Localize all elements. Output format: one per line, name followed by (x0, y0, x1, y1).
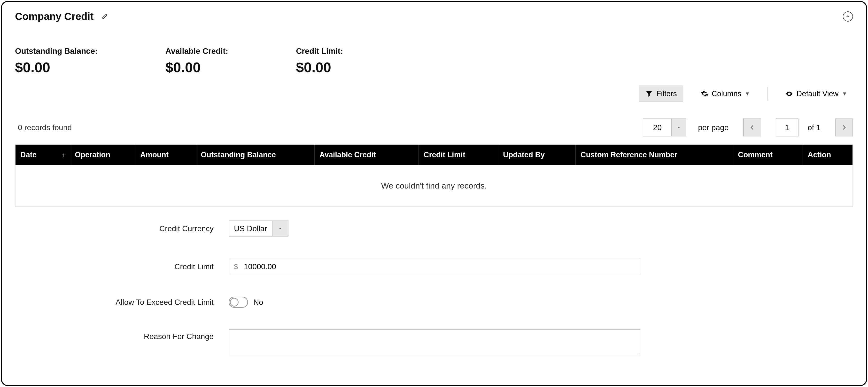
chevron-down-icon: ▼ (842, 91, 847, 97)
page-number-input[interactable] (776, 119, 799, 137)
col-label: Action (808, 150, 831, 159)
per-page-label: per page (698, 123, 728, 132)
col-label: Custom Reference Number (581, 150, 677, 159)
company-credit-panel: Company Credit Outstanding Balance: $0.0… (1, 1, 867, 386)
col-label: Credit Limit (424, 150, 465, 159)
reason-for-change-label: Reason For Change (20, 332, 214, 341)
page-of-label: of 1 (808, 123, 820, 132)
filters-label: Filters (656, 89, 677, 98)
reason-for-change-input[interactable] (228, 329, 640, 355)
eye-icon (785, 90, 793, 98)
chevron-down-icon (676, 125, 682, 130)
allow-exceed-row: Allow To Exceed Credit Limit No (20, 297, 858, 308)
col-header-operation[interactable]: Operation (70, 145, 135, 165)
credit-grid: Date ↑ Operation Amount Outstanding Bala… (15, 144, 853, 207)
col-header-outstanding[interactable]: Outstanding Balance (196, 145, 315, 165)
prev-page-button[interactable] (743, 119, 761, 137)
columns-label: Columns (712, 89, 741, 98)
credit-limit-summary: Credit Limit: $0.00 (296, 47, 343, 76)
panel-header: Company Credit (15, 11, 853, 22)
filters-button[interactable]: Filters (639, 86, 683, 102)
outstanding-balance-value: $0.00 (15, 59, 98, 76)
per-page-dropdown[interactable] (672, 119, 686, 137)
col-header-amount[interactable]: Amount (135, 145, 196, 165)
gear-icon (701, 90, 708, 98)
grid-toolbar: Filters Columns ▼ Default View ▼ (15, 86, 853, 102)
columns-button[interactable]: Columns ▼ (695, 86, 756, 101)
col-label: Operation (75, 150, 110, 159)
col-label: Comment (738, 150, 773, 159)
chevron-down-icon: ▼ (745, 91, 750, 97)
credit-limit-form-label: Credit Limit (20, 262, 214, 271)
chevron-left-icon (749, 124, 755, 131)
available-credit-label: Available Credit: (165, 47, 228, 56)
toolbar-divider (768, 87, 768, 100)
default-view-label: Default View (797, 89, 838, 98)
outstanding-balance-summary: Outstanding Balance: $0.00 (15, 47, 98, 76)
credit-currency-label: Credit Currency (20, 224, 214, 233)
section-title: Company Credit (15, 11, 93, 22)
summary-row: Outstanding Balance: $0.00 Available Cre… (15, 47, 853, 76)
records-found-label: 0 records found (18, 123, 72, 132)
credit-settings-form: Credit Currency US Dollar Credit Limit $… (20, 220, 858, 355)
credit-currency-dropdown[interactable] (273, 220, 288, 237)
col-header-comment[interactable]: Comment (733, 145, 803, 165)
credit-limit-row: Credit Limit $ (20, 258, 858, 275)
credit-currency-row: Credit Currency US Dollar (20, 220, 858, 237)
available-credit-summary: Available Credit: $0.00 (165, 47, 228, 76)
default-view-button[interactable]: Default View ▼ (780, 86, 853, 101)
chevron-down-icon (278, 226, 283, 231)
col-header-action[interactable]: Action (803, 145, 852, 165)
col-header-limit[interactable]: Credit Limit (419, 145, 498, 165)
col-header-updated-by[interactable]: Updated By (498, 145, 576, 165)
credit-limit-value: $0.00 (296, 59, 343, 76)
col-label: Updated By (503, 150, 545, 159)
per-page-input[interactable] (643, 119, 672, 137)
collapse-icon[interactable] (843, 11, 853, 22)
grid-header-row: Date ↑ Operation Amount Outstanding Bala… (16, 145, 852, 165)
pager: per page of 1 (643, 119, 853, 137)
credit-limit-input[interactable] (244, 262, 635, 271)
next-page-button[interactable] (835, 119, 853, 137)
grid-empty-message: We couldn't find any records. (16, 165, 852, 206)
reason-for-change-row: Reason For Change (20, 329, 858, 355)
edit-icon[interactable] (100, 12, 109, 21)
outstanding-balance-label: Outstanding Balance: (15, 47, 98, 56)
allow-exceed-value: No (253, 298, 263, 307)
col-label: Amount (140, 150, 168, 159)
allow-exceed-toggle[interactable] (228, 297, 248, 308)
col-label: Outstanding Balance (201, 150, 276, 159)
credit-limit-input-wrap[interactable]: $ (228, 258, 640, 275)
toggle-knob-icon (230, 298, 239, 306)
available-credit-value: $0.00 (165, 59, 228, 76)
sort-asc-icon: ↑ (62, 151, 65, 159)
credit-limit-label: Credit Limit: (296, 47, 343, 56)
col-header-available[interactable]: Available Credit (315, 145, 419, 165)
col-header-custom-ref[interactable]: Custom Reference Number (576, 145, 733, 165)
chevron-right-icon (841, 124, 847, 131)
funnel-icon (645, 90, 653, 98)
col-header-date[interactable]: Date ↑ (16, 145, 70, 165)
allow-exceed-label: Allow To Exceed Credit Limit (20, 298, 214, 307)
credit-limit-prefix: $ (234, 263, 238, 271)
records-pagination-row: 0 records found per page of 1 (15, 119, 853, 137)
col-header-date-label: Date (20, 150, 37, 159)
col-label: Available Credit (319, 150, 376, 159)
credit-currency-select[interactable]: US Dollar (228, 220, 273, 237)
